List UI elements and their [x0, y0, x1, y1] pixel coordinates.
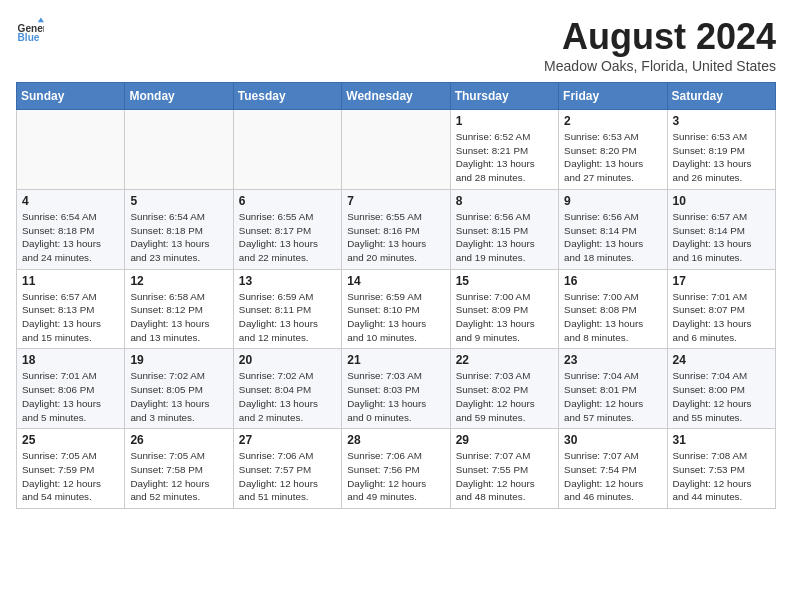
weekday-label: Sunday — [17, 83, 125, 110]
day-number: 25 — [22, 433, 119, 447]
day-number: 7 — [347, 194, 444, 208]
weekday-label: Saturday — [667, 83, 775, 110]
day-number: 15 — [456, 274, 553, 288]
logo: General Blue — [16, 16, 44, 44]
day-info: Sunrise: 6:55 AM Sunset: 8:16 PM Dayligh… — [347, 210, 444, 265]
weekday-label: Thursday — [450, 83, 558, 110]
location: Meadow Oaks, Florida, United States — [544, 58, 776, 74]
calendar-table: SundayMondayTuesdayWednesdayThursdayFrid… — [16, 82, 776, 509]
day-number: 29 — [456, 433, 553, 447]
calendar-day-cell: 15Sunrise: 7:00 AM Sunset: 8:09 PM Dayli… — [450, 269, 558, 349]
day-number: 30 — [564, 433, 661, 447]
weekday-label: Wednesday — [342, 83, 450, 110]
calendar-day-cell — [125, 110, 233, 190]
day-number: 8 — [456, 194, 553, 208]
day-info: Sunrise: 6:52 AM Sunset: 8:21 PM Dayligh… — [456, 130, 553, 185]
day-info: Sunrise: 6:59 AM Sunset: 8:10 PM Dayligh… — [347, 290, 444, 345]
svg-marker-2 — [38, 18, 44, 23]
logo-icon: General Blue — [16, 16, 44, 44]
day-info: Sunrise: 6:57 AM Sunset: 8:14 PM Dayligh… — [673, 210, 770, 265]
day-info: Sunrise: 6:58 AM Sunset: 8:12 PM Dayligh… — [130, 290, 227, 345]
calendar-day-cell: 22Sunrise: 7:03 AM Sunset: 8:02 PM Dayli… — [450, 349, 558, 429]
calendar-day-cell: 13Sunrise: 6:59 AM Sunset: 8:11 PM Dayli… — [233, 269, 341, 349]
day-info: Sunrise: 6:56 AM Sunset: 8:14 PM Dayligh… — [564, 210, 661, 265]
day-info: Sunrise: 7:03 AM Sunset: 8:03 PM Dayligh… — [347, 369, 444, 424]
calendar-day-cell — [233, 110, 341, 190]
day-number: 4 — [22, 194, 119, 208]
calendar-day-cell: 9Sunrise: 6:56 AM Sunset: 8:14 PM Daylig… — [559, 189, 667, 269]
day-info: Sunrise: 7:02 AM Sunset: 8:04 PM Dayligh… — [239, 369, 336, 424]
day-number: 17 — [673, 274, 770, 288]
day-info: Sunrise: 7:08 AM Sunset: 7:53 PM Dayligh… — [673, 449, 770, 504]
calendar-day-cell: 11Sunrise: 6:57 AM Sunset: 8:13 PM Dayli… — [17, 269, 125, 349]
day-info: Sunrise: 7:01 AM Sunset: 8:06 PM Dayligh… — [22, 369, 119, 424]
day-number: 10 — [673, 194, 770, 208]
calendar-day-cell: 17Sunrise: 7:01 AM Sunset: 8:07 PM Dayli… — [667, 269, 775, 349]
calendar-day-cell: 19Sunrise: 7:02 AM Sunset: 8:05 PM Dayli… — [125, 349, 233, 429]
calendar-day-cell: 18Sunrise: 7:01 AM Sunset: 8:06 PM Dayli… — [17, 349, 125, 429]
calendar-week-row: 18Sunrise: 7:01 AM Sunset: 8:06 PM Dayli… — [17, 349, 776, 429]
day-info: Sunrise: 6:57 AM Sunset: 8:13 PM Dayligh… — [22, 290, 119, 345]
day-info: Sunrise: 6:53 AM Sunset: 8:20 PM Dayligh… — [564, 130, 661, 185]
calendar-day-cell: 4Sunrise: 6:54 AM Sunset: 8:18 PM Daylig… — [17, 189, 125, 269]
day-number: 28 — [347, 433, 444, 447]
day-info: Sunrise: 7:07 AM Sunset: 7:55 PM Dayligh… — [456, 449, 553, 504]
calendar-day-cell: 1Sunrise: 6:52 AM Sunset: 8:21 PM Daylig… — [450, 110, 558, 190]
calendar-day-cell: 5Sunrise: 6:54 AM Sunset: 8:18 PM Daylig… — [125, 189, 233, 269]
month-title: August 2024 — [544, 16, 776, 58]
calendar-day-cell: 8Sunrise: 6:56 AM Sunset: 8:15 PM Daylig… — [450, 189, 558, 269]
calendar-week-row: 4Sunrise: 6:54 AM Sunset: 8:18 PM Daylig… — [17, 189, 776, 269]
day-number: 19 — [130, 353, 227, 367]
day-info: Sunrise: 6:59 AM Sunset: 8:11 PM Dayligh… — [239, 290, 336, 345]
calendar-day-cell: 7Sunrise: 6:55 AM Sunset: 8:16 PM Daylig… — [342, 189, 450, 269]
day-info: Sunrise: 7:05 AM Sunset: 7:58 PM Dayligh… — [130, 449, 227, 504]
day-number: 27 — [239, 433, 336, 447]
weekday-label: Monday — [125, 83, 233, 110]
day-number: 31 — [673, 433, 770, 447]
day-number: 3 — [673, 114, 770, 128]
day-info: Sunrise: 7:04 AM Sunset: 8:01 PM Dayligh… — [564, 369, 661, 424]
day-number: 18 — [22, 353, 119, 367]
day-info: Sunrise: 6:54 AM Sunset: 8:18 PM Dayligh… — [22, 210, 119, 265]
day-number: 9 — [564, 194, 661, 208]
calendar-day-cell: 25Sunrise: 7:05 AM Sunset: 7:59 PM Dayli… — [17, 429, 125, 509]
weekday-label: Tuesday — [233, 83, 341, 110]
day-number: 23 — [564, 353, 661, 367]
calendar-day-cell: 14Sunrise: 6:59 AM Sunset: 8:10 PM Dayli… — [342, 269, 450, 349]
day-number: 14 — [347, 274, 444, 288]
day-number: 11 — [22, 274, 119, 288]
calendar-day-cell: 21Sunrise: 7:03 AM Sunset: 8:03 PM Dayli… — [342, 349, 450, 429]
day-info: Sunrise: 6:53 AM Sunset: 8:19 PM Dayligh… — [673, 130, 770, 185]
calendar-week-row: 11Sunrise: 6:57 AM Sunset: 8:13 PM Dayli… — [17, 269, 776, 349]
calendar-day-cell: 23Sunrise: 7:04 AM Sunset: 8:01 PM Dayli… — [559, 349, 667, 429]
day-number: 5 — [130, 194, 227, 208]
calendar-day-cell — [342, 110, 450, 190]
day-info: Sunrise: 7:00 AM Sunset: 8:08 PM Dayligh… — [564, 290, 661, 345]
day-info: Sunrise: 7:07 AM Sunset: 7:54 PM Dayligh… — [564, 449, 661, 504]
calendar-day-cell: 10Sunrise: 6:57 AM Sunset: 8:14 PM Dayli… — [667, 189, 775, 269]
day-number: 22 — [456, 353, 553, 367]
day-number: 6 — [239, 194, 336, 208]
calendar-day-cell: 6Sunrise: 6:55 AM Sunset: 8:17 PM Daylig… — [233, 189, 341, 269]
day-number: 21 — [347, 353, 444, 367]
svg-text:Blue: Blue — [18, 32, 40, 43]
calendar-week-row: 1Sunrise: 6:52 AM Sunset: 8:21 PM Daylig… — [17, 110, 776, 190]
day-number: 1 — [456, 114, 553, 128]
title-block: August 2024 Meadow Oaks, Florida, United… — [544, 16, 776, 74]
calendar-day-cell: 2Sunrise: 6:53 AM Sunset: 8:20 PM Daylig… — [559, 110, 667, 190]
day-number: 16 — [564, 274, 661, 288]
calendar-day-cell: 3Sunrise: 6:53 AM Sunset: 8:19 PM Daylig… — [667, 110, 775, 190]
calendar-day-cell: 26Sunrise: 7:05 AM Sunset: 7:58 PM Dayli… — [125, 429, 233, 509]
day-number: 24 — [673, 353, 770, 367]
calendar-day-cell: 12Sunrise: 6:58 AM Sunset: 8:12 PM Dayli… — [125, 269, 233, 349]
calendar-week-row: 25Sunrise: 7:05 AM Sunset: 7:59 PM Dayli… — [17, 429, 776, 509]
calendar-day-cell: 27Sunrise: 7:06 AM Sunset: 7:57 PM Dayli… — [233, 429, 341, 509]
calendar-day-cell: 29Sunrise: 7:07 AM Sunset: 7:55 PM Dayli… — [450, 429, 558, 509]
calendar-day-cell: 16Sunrise: 7:00 AM Sunset: 8:08 PM Dayli… — [559, 269, 667, 349]
weekday-label: Friday — [559, 83, 667, 110]
day-number: 26 — [130, 433, 227, 447]
day-info: Sunrise: 7:01 AM Sunset: 8:07 PM Dayligh… — [673, 290, 770, 345]
calendar-day-cell: 28Sunrise: 7:06 AM Sunset: 7:56 PM Dayli… — [342, 429, 450, 509]
day-info: Sunrise: 7:00 AM Sunset: 8:09 PM Dayligh… — [456, 290, 553, 345]
day-number: 2 — [564, 114, 661, 128]
